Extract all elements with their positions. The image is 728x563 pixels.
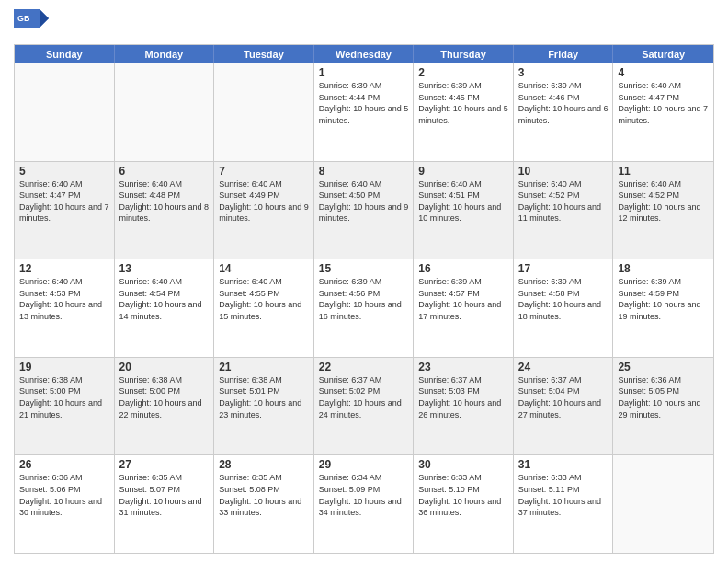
cell-info: Sunrise: 6:40 AM Sunset: 4:47 PM Dayligh…: [618, 80, 709, 126]
svg-marker-1: [40, 9, 49, 28]
calendar-cell: 17Sunrise: 6:39 AM Sunset: 4:58 PM Dayli…: [514, 259, 614, 357]
day-number: 17: [518, 262, 609, 275]
day-number: 23: [418, 361, 508, 373]
cell-info: Sunrise: 6:40 AM Sunset: 4:52 PM Dayligh…: [618, 178, 709, 224]
day-number: 19: [19, 361, 109, 373]
calendar-header: SundayMondayTuesdayWednesdayThursdayFrid…: [15, 45, 713, 63]
day-number: 5: [19, 165, 109, 178]
cell-info: Sunrise: 6:40 AM Sunset: 4:54 PM Dayligh…: [119, 276, 210, 322]
day-number: 8: [319, 165, 409, 178]
day-number: 12: [19, 262, 109, 275]
calendar-cell: 26Sunrise: 6:36 AM Sunset: 5:06 PM Dayli…: [15, 455, 115, 553]
calendar-cell: 18Sunrise: 6:39 AM Sunset: 4:59 PM Dayli…: [613, 259, 713, 357]
weekday-header-friday: Friday: [514, 45, 614, 63]
cell-info: Sunrise: 6:40 AM Sunset: 4:53 PM Dayligh…: [19, 276, 109, 322]
calendar-cell: 8Sunrise: 6:40 AM Sunset: 4:50 PM Daylig…: [314, 162, 415, 259]
cell-info: Sunrise: 6:37 AM Sunset: 5:02 PM Dayligh…: [319, 374, 409, 420]
calendar-row-4: 26Sunrise: 6:36 AM Sunset: 5:06 PM Dayli…: [15, 454, 713, 553]
calendar-cell: 25Sunrise: 6:36 AM Sunset: 5:05 PM Dayli…: [613, 358, 713, 455]
day-number: 11: [618, 165, 709, 178]
calendar-cell: 31Sunrise: 6:33 AM Sunset: 5:11 PM Dayli…: [514, 455, 614, 553]
cell-info: Sunrise: 6:36 AM Sunset: 5:05 PM Dayligh…: [618, 374, 709, 420]
cell-info: Sunrise: 6:35 AM Sunset: 5:08 PM Dayligh…: [219, 472, 309, 518]
cell-info: Sunrise: 6:40 AM Sunset: 4:47 PM Dayligh…: [19, 178, 109, 224]
day-number: 22: [319, 361, 409, 373]
calendar-cell: 10Sunrise: 6:40 AM Sunset: 4:52 PM Dayli…: [514, 162, 614, 259]
weekday-header-monday: Monday: [115, 45, 215, 63]
calendar-cell: 24Sunrise: 6:37 AM Sunset: 5:04 PM Dayli…: [514, 358, 614, 455]
calendar-row-0: 1Sunrise: 6:39 AM Sunset: 4:44 PM Daylig…: [15, 63, 713, 161]
calendar-cell: [115, 63, 215, 161]
calendar-cell: 7Sunrise: 6:40 AM Sunset: 4:49 PM Daylig…: [214, 162, 314, 259]
cell-info: Sunrise: 6:39 AM Sunset: 4:45 PM Dayligh…: [418, 80, 508, 126]
day-number: 4: [618, 66, 709, 79]
cell-info: Sunrise: 6:37 AM Sunset: 5:04 PM Dayligh…: [518, 374, 609, 420]
day-number: 13: [119, 262, 210, 275]
logo-icon: GB: [14, 9, 49, 37]
day-number: 9: [418, 165, 508, 178]
day-number: 1: [319, 66, 409, 79]
calendar-cell: 3Sunrise: 6:39 AM Sunset: 4:46 PM Daylig…: [514, 63, 614, 161]
cell-info: Sunrise: 6:39 AM Sunset: 4:57 PM Dayligh…: [418, 276, 508, 322]
day-number: 26: [19, 458, 109, 471]
calendar-cell: 11Sunrise: 6:40 AM Sunset: 4:52 PM Dayli…: [613, 162, 713, 259]
calendar-cell: 15Sunrise: 6:39 AM Sunset: 4:56 PM Dayli…: [314, 259, 415, 357]
svg-text:GB: GB: [17, 14, 30, 23]
calendar-cell: 13Sunrise: 6:40 AM Sunset: 4:54 PM Dayli…: [115, 259, 215, 357]
calendar-cell: 23Sunrise: 6:37 AM Sunset: 5:03 PM Dayli…: [414, 358, 514, 455]
day-number: 21: [219, 361, 309, 373]
cell-info: Sunrise: 6:38 AM Sunset: 5:00 PM Dayligh…: [19, 374, 109, 420]
cell-info: Sunrise: 6:40 AM Sunset: 4:52 PM Dayligh…: [518, 178, 609, 224]
day-number: 24: [518, 361, 609, 373]
calendar-row-3: 19Sunrise: 6:38 AM Sunset: 5:00 PM Dayli…: [15, 357, 713, 455]
cell-info: Sunrise: 6:33 AM Sunset: 5:11 PM Dayligh…: [518, 472, 609, 518]
calendar-row-2: 12Sunrise: 6:40 AM Sunset: 4:53 PM Dayli…: [15, 259, 713, 357]
calendar-cell: 2Sunrise: 6:39 AM Sunset: 4:45 PM Daylig…: [414, 63, 514, 161]
calendar-cell: 19Sunrise: 6:38 AM Sunset: 5:00 PM Dayli…: [15, 358, 115, 455]
day-number: 7: [219, 165, 309, 178]
calendar-cell: 22Sunrise: 6:37 AM Sunset: 5:02 PM Dayli…: [314, 358, 415, 455]
weekday-header-saturday: Saturday: [613, 45, 713, 63]
cell-info: Sunrise: 6:40 AM Sunset: 4:48 PM Dayligh…: [119, 178, 210, 224]
cell-info: Sunrise: 6:39 AM Sunset: 4:59 PM Dayligh…: [618, 276, 709, 322]
weekday-header-tuesday: Tuesday: [214, 45, 314, 63]
day-number: 25: [618, 361, 709, 373]
calendar-cell: [15, 63, 115, 161]
cell-info: Sunrise: 6:38 AM Sunset: 5:01 PM Dayligh…: [219, 374, 309, 420]
calendar-cell: 28Sunrise: 6:35 AM Sunset: 5:08 PM Dayli…: [214, 455, 314, 553]
logo: GB: [14, 9, 52, 37]
day-number: 2: [418, 66, 508, 79]
cell-info: Sunrise: 6:39 AM Sunset: 4:46 PM Dayligh…: [518, 80, 609, 126]
calendar-cell: 16Sunrise: 6:39 AM Sunset: 4:57 PM Dayli…: [414, 259, 514, 357]
weekday-header-sunday: Sunday: [15, 45, 115, 63]
header: GB: [14, 9, 714, 37]
day-number: 15: [319, 262, 409, 275]
cell-info: Sunrise: 6:40 AM Sunset: 4:49 PM Dayligh…: [219, 178, 309, 224]
calendar-cell: [214, 63, 314, 161]
cell-info: Sunrise: 6:40 AM Sunset: 4:50 PM Dayligh…: [319, 178, 409, 224]
calendar-row-1: 5Sunrise: 6:40 AM Sunset: 4:47 PM Daylig…: [15, 161, 713, 259]
day-number: 10: [518, 165, 609, 178]
calendar: SundayMondayTuesdayWednesdayThursdayFrid…: [14, 44, 714, 554]
cell-info: Sunrise: 6:38 AM Sunset: 5:00 PM Dayligh…: [119, 374, 210, 420]
day-number: 31: [518, 458, 609, 471]
calendar-cell: 1Sunrise: 6:39 AM Sunset: 4:44 PM Daylig…: [314, 63, 415, 161]
cell-info: Sunrise: 6:34 AM Sunset: 5:09 PM Dayligh…: [319, 472, 409, 518]
calendar-cell: 27Sunrise: 6:35 AM Sunset: 5:07 PM Dayli…: [115, 455, 215, 553]
calendar-cell: 9Sunrise: 6:40 AM Sunset: 4:51 PM Daylig…: [414, 162, 514, 259]
day-number: 30: [418, 458, 508, 471]
calendar-cell: 21Sunrise: 6:38 AM Sunset: 5:01 PM Dayli…: [214, 358, 314, 455]
day-number: 27: [119, 458, 210, 471]
cell-info: Sunrise: 6:40 AM Sunset: 4:51 PM Dayligh…: [418, 178, 508, 224]
cell-info: Sunrise: 6:36 AM Sunset: 5:06 PM Dayligh…: [19, 472, 109, 518]
day-number: 28: [219, 458, 309, 471]
page: GB SundayMondayTuesdayWednesdayThursdayF…: [0, 0, 728, 563]
day-number: 20: [119, 361, 210, 373]
calendar-cell: 30Sunrise: 6:33 AM Sunset: 5:10 PM Dayli…: [414, 455, 514, 553]
day-number: 18: [618, 262, 709, 275]
day-number: 29: [319, 458, 409, 471]
cell-info: Sunrise: 6:35 AM Sunset: 5:07 PM Dayligh…: [119, 472, 210, 518]
calendar-cell: 29Sunrise: 6:34 AM Sunset: 5:09 PM Dayli…: [314, 455, 415, 553]
calendar-cell: 20Sunrise: 6:38 AM Sunset: 5:00 PM Dayli…: [115, 358, 215, 455]
weekday-header-thursday: Thursday: [414, 45, 514, 63]
